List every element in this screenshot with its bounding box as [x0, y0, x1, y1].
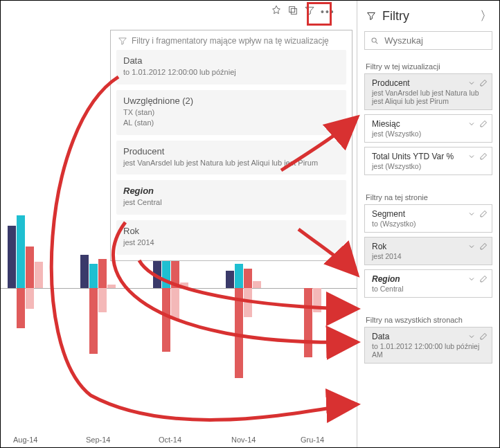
filters-pane-header: Filtry 〉: [357, 1, 499, 28]
svg-rect-1: [289, 7, 295, 12]
tooltip-card-sub: jest VanArsdel lub jest Natura lub jest …: [123, 158, 339, 168]
tooltip-card-sub: jest 2014: [123, 238, 339, 248]
search-icon: [370, 36, 379, 46]
bar: [244, 269, 252, 288]
search-box[interactable]: [364, 31, 492, 50]
eraser-icon[interactable]: [479, 118, 488, 131]
pin-icon[interactable]: [271, 5, 282, 19]
filter-card-sub: to 1.01.2012 12:00:00 lub później AM: [372, 341, 486, 359]
bar: [26, 288, 34, 309]
tooltip-filter-card: Datato 1.01.2012 12:00:00 lub później: [116, 50, 346, 84]
tooltip-filter-card: Rokjest 2014: [116, 220, 346, 255]
bar: [235, 288, 243, 378]
collapse-pane-icon[interactable]: 〉: [480, 8, 492, 24]
svg-rect-0: [291, 8, 296, 14]
tooltip-card-sub: jest Central: [123, 197, 339, 208]
filters-pane: Filtry 〉 Filtry w tej wizualizacji Produ…: [357, 1, 499, 448]
filter-card-controls: [467, 118, 488, 131]
tooltip-card-title: Uwzględnione (2): [123, 96, 339, 106]
bar: [304, 288, 312, 357]
bar: [153, 260, 161, 288]
bar: [26, 247, 34, 288]
chevron-down-icon[interactable]: [467, 118, 476, 131]
eraser-icon[interactable]: [479, 208, 488, 221]
filter-card-controls: [467, 331, 488, 343]
eraser-icon[interactable]: [479, 78, 488, 90]
tooltip-card-title: Region: [123, 186, 339, 196]
filter-card[interactable]: Miesiącjest (Wszystko): [364, 114, 492, 143]
bar: [313, 288, 321, 312]
x-tick: Nov-14: [231, 436, 256, 444]
tooltip-header: Filtry i fragmentatory mające wpływ na t…: [115, 35, 348, 50]
eraser-icon[interactable]: [479, 151, 488, 163]
svg-point-2: [372, 37, 376, 42]
eraser-icon[interactable]: [479, 331, 488, 343]
x-tick: Sep-14: [86, 436, 110, 444]
bar: [226, 271, 234, 288]
filter-card[interactable]: Rokjest 2014: [364, 237, 492, 265]
tooltip-card-title: Producent: [123, 146, 339, 156]
tooltip-filter-card: Uwzględnione (2)TX (stan) AL (stan): [116, 90, 346, 135]
applied-filters-tooltip: Filtry i fragmentatory mające wpływ na t…: [110, 30, 352, 261]
bar: [253, 281, 261, 288]
funnel-glyph: [366, 10, 377, 21]
x-tick: Aug-14: [13, 436, 37, 444]
filter-card[interactable]: Producentjest VanArsdel lub jest Natura …: [364, 73, 492, 110]
filter-card[interactable]: Datato 1.01.2012 12:00:00 lub później AM: [364, 327, 492, 364]
chevron-down-icon[interactable]: [467, 208, 476, 221]
filter-card-controls: [467, 78, 488, 90]
filter-card-controls: [467, 208, 488, 221]
chevron-down-icon[interactable]: [467, 78, 476, 90]
bar: [80, 255, 89, 288]
bar: [107, 285, 116, 288]
bar: [244, 288, 252, 317]
bar: [17, 288, 25, 328]
x-tick: Gru-14: [301, 436, 324, 444]
bar: [171, 288, 179, 319]
section-all-filters: Filtry na wszystkich stronach: [357, 312, 499, 327]
bar: [180, 283, 188, 288]
bar: [162, 288, 170, 352]
svg-line-3: [376, 42, 378, 44]
filter-card-controls: [467, 274, 488, 286]
highlight-filter-icon: [307, 2, 332, 26]
tooltip-filter-card: Producentjest VanArsdel lub jest Natura …: [116, 141, 346, 175]
bar: [89, 264, 98, 288]
eraser-icon[interactable]: [479, 274, 488, 286]
bar: [8, 226, 16, 288]
eraser-icon[interactable]: [479, 241, 488, 253]
tooltip-header-text: Filtry i fragmentatory mające wpływ na t…: [132, 36, 329, 46]
bar: [17, 215, 25, 288]
section-page-filters: Filtry na tej stronie: [357, 189, 499, 204]
bar: [89, 288, 98, 354]
bar: [235, 264, 243, 288]
filter-card-sub: jest VanArsdel lub jest Natura lub jest …: [372, 88, 486, 105]
section-viz-filters: Filtry w tej wizualizacji: [357, 58, 499, 73]
tooltip-card-sub: TX (stan) AL (stan): [123, 107, 339, 128]
filter-card[interactable]: Segmentto (Wszystko): [364, 204, 492, 233]
filter-card[interactable]: Total Units YTD Var %jest (Wszystko): [364, 147, 492, 175]
copy-icon[interactable]: [287, 5, 298, 19]
tooltip-filter-card: Regionjest Central: [116, 180, 346, 215]
bar: [98, 288, 107, 312]
search-input[interactable]: [384, 35, 486, 46]
tooltip-card-sub: to 1.01.2012 12:00:00 lub później: [123, 67, 339, 78]
filter-card-controls: [467, 241, 488, 253]
filters-pane-title: Filtry: [382, 9, 409, 24]
filter-card-controls: [467, 151, 488, 163]
filter-card[interactable]: Regionto Central: [364, 269, 492, 298]
chevron-down-icon[interactable]: [467, 241, 476, 253]
bar: [171, 259, 179, 288]
chevron-down-icon[interactable]: [467, 151, 476, 163]
chevron-down-icon[interactable]: [467, 331, 476, 343]
bar: [35, 262, 43, 288]
chevron-down-icon[interactable]: [467, 274, 476, 286]
bar: [98, 259, 107, 288]
x-tick: Oct-14: [159, 436, 181, 444]
tooltip-card-title: Data: [123, 55, 339, 66]
tooltip-card-title: Rok: [123, 226, 339, 236]
